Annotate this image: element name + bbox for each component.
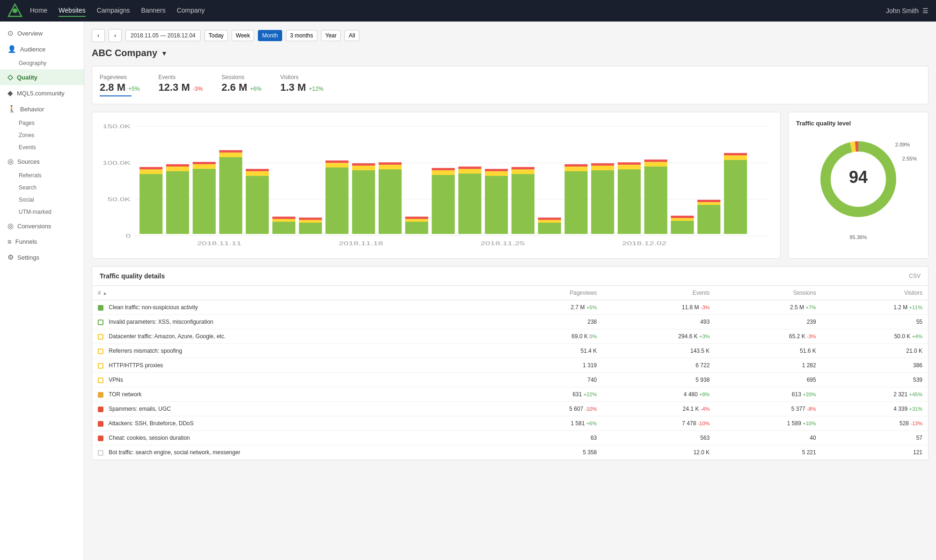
sidebar-item-funnels[interactable]: ≡ Funnels bbox=[0, 234, 84, 249]
svg-rect-61 bbox=[591, 170, 614, 234]
sidebar-item-audience[interactable]: 👤 Audience bbox=[0, 41, 84, 57]
date-all-button[interactable]: All bbox=[344, 30, 359, 41]
row-label: Attackers: SSH, Bruteforce, DDoS bbox=[109, 420, 194, 427]
svg-rect-70 bbox=[671, 221, 694, 234]
col-header-pageviews[interactable]: Pageviews bbox=[499, 286, 602, 300]
behavior-icon: 🚶 bbox=[7, 105, 16, 113]
charts-row: 150.0K 100.0K 50.0K 0 bbox=[92, 112, 929, 259]
logo-icon[interactable] bbox=[7, 3, 22, 18]
table-cell-visitors: 1.2 M +11% bbox=[822, 300, 928, 315]
top-navigation: Home Websites Campaigns Banners Company … bbox=[0, 0, 936, 22]
svg-rect-67 bbox=[644, 167, 667, 234]
table-cell-visitors: 57 bbox=[822, 431, 928, 445]
sidebar-item-settings[interactable]: ⚙ Settings bbox=[0, 249, 84, 265]
svg-rect-63 bbox=[591, 163, 614, 166]
sidebar-item-zones[interactable]: Zones bbox=[0, 129, 84, 141]
date-next-button[interactable]: › bbox=[109, 29, 122, 42]
sidebar-label-events: Events bbox=[19, 144, 36, 151]
date-3months-button[interactable]: 3 months bbox=[286, 30, 317, 41]
table-cell-visitors: 121 bbox=[822, 445, 928, 460]
date-year-button[interactable]: Year bbox=[321, 30, 341, 41]
quality-icon: ◇ bbox=[7, 73, 13, 81]
svg-rect-57 bbox=[538, 218, 561, 220]
sidebar-item-conversions[interactable]: ◎ Conversions bbox=[0, 218, 84, 234]
svg-rect-69 bbox=[644, 160, 667, 162]
svg-rect-65 bbox=[618, 165, 641, 169]
sidebar-item-quality[interactable]: ◇ Quality bbox=[0, 69, 84, 85]
svg-rect-74 bbox=[697, 202, 720, 205]
nav-websites[interactable]: Websites bbox=[58, 5, 85, 17]
row-indicator bbox=[98, 436, 103, 441]
svg-point-1 bbox=[13, 8, 17, 13]
svg-rect-46 bbox=[458, 174, 481, 234]
col-header-name[interactable]: # ▲ bbox=[92, 286, 499, 300]
table-cell-pageviews: 5 358 bbox=[499, 445, 602, 460]
sidebar-item-pages[interactable]: Pages bbox=[0, 117, 84, 129]
svg-rect-36 bbox=[352, 163, 375, 166]
sidebar-item-geography[interactable]: Geography bbox=[0, 57, 84, 69]
svg-rect-59 bbox=[564, 167, 587, 171]
nav-company[interactable]: Company bbox=[177, 5, 205, 17]
sidebar-item-mql5[interactable]: ◆ MQL5.community bbox=[0, 85, 84, 101]
col-header-visitors[interactable]: Visitors bbox=[822, 286, 928, 300]
table-cell-events: 143.5 K bbox=[602, 344, 715, 358]
row-label: Cheat: cookies, session duration bbox=[109, 435, 190, 441]
svg-text:150.0K: 150.0K bbox=[102, 124, 131, 129]
company-dropdown-icon[interactable]: ▼ bbox=[161, 50, 168, 57]
donut-label-2-55: 2.55% bbox=[902, 156, 917, 161]
sidebar-item-referrals[interactable]: Referrals bbox=[0, 169, 84, 182]
table-cell-pageviews: 69.0 K 0% bbox=[499, 329, 602, 344]
csv-button[interactable]: CSV bbox=[909, 273, 921, 279]
nav-banners[interactable]: Banners bbox=[141, 5, 166, 17]
table-row: Bot traffic: search engine, social netwo… bbox=[92, 445, 928, 460]
table-cell-sessions: 1 589 +10% bbox=[715, 416, 821, 431]
metric-pageviews-underline bbox=[100, 95, 132, 96]
col-header-events[interactable]: Events bbox=[602, 286, 715, 300]
table-row: Spammers: emails, UGC 5 607 -10% 24.1 K … bbox=[92, 402, 928, 416]
audience-icon: 👤 bbox=[7, 45, 16, 53]
svg-rect-38 bbox=[379, 165, 402, 169]
svg-rect-17 bbox=[193, 164, 216, 169]
nav-home[interactable]: Home bbox=[30, 5, 47, 17]
sidebar-item-utm[interactable]: UTM-marked bbox=[0, 206, 84, 218]
svg-rect-71 bbox=[671, 218, 694, 221]
sidebar-item-social[interactable]: Social bbox=[0, 194, 84, 206]
donut-center-value: 94 bbox=[849, 167, 868, 187]
table-cell-sessions: 695 bbox=[715, 373, 821, 387]
svg-text:2018.11.11: 2018.11.11 bbox=[197, 241, 241, 246]
sidebar-item-behavior[interactable]: 🚶 Behavior bbox=[0, 101, 84, 117]
sources-icon: ◎ bbox=[7, 157, 14, 166]
table-cell-events: 6 722 bbox=[602, 358, 715, 373]
table-row: Clean traffic: non-suspicious activity 2… bbox=[92, 300, 928, 315]
table-cell-events: 7 478 -10% bbox=[602, 416, 715, 431]
sidebar-item-events[interactable]: Events bbox=[0, 141, 84, 153]
metric-pageviews-change: +5% bbox=[128, 86, 139, 92]
mql5-icon: ◆ bbox=[7, 89, 13, 97]
donut-chart: Traffic quality level 2.09% 2.55% bbox=[788, 112, 929, 259]
user-menu[interactable]: John Smith ☰ bbox=[886, 7, 929, 15]
svg-rect-16 bbox=[193, 169, 216, 234]
settings-icon: ⚙ bbox=[7, 253, 14, 262]
sidebar-item-search[interactable]: Search bbox=[0, 182, 84, 194]
row-indicator bbox=[98, 334, 103, 340]
svg-rect-35 bbox=[352, 166, 375, 170]
sidebar-item-overview[interactable]: ⊙ Overview bbox=[0, 25, 84, 41]
date-range-label: 2018.11.05 — 2018.12.04 bbox=[125, 30, 201, 41]
table-cell-visitors: 2 321 +45% bbox=[822, 387, 928, 402]
username-label: John Smith bbox=[886, 7, 919, 15]
date-today-button[interactable]: Today bbox=[205, 30, 228, 41]
row-indicator bbox=[98, 363, 103, 369]
svg-rect-49 bbox=[485, 176, 508, 234]
col-header-sessions[interactable]: Sessions bbox=[715, 286, 821, 300]
sidebar-label-mql5: MQL5.community bbox=[17, 90, 65, 97]
nav-campaigns[interactable]: Campaigns bbox=[97, 5, 130, 17]
row-indicator bbox=[98, 378, 103, 383]
date-month-button[interactable]: Month bbox=[258, 30, 282, 41]
sidebar-label-search: Search bbox=[19, 184, 37, 191]
svg-rect-51 bbox=[485, 169, 508, 171]
sidebar-item-sources[interactable]: ◎ Sources bbox=[0, 153, 84, 169]
date-prev-button[interactable]: ‹ bbox=[92, 29, 105, 42]
date-week-button[interactable]: Week bbox=[232, 30, 254, 41]
sidebar-label-funnels: Funnels bbox=[15, 238, 37, 245]
svg-rect-43 bbox=[432, 175, 455, 234]
